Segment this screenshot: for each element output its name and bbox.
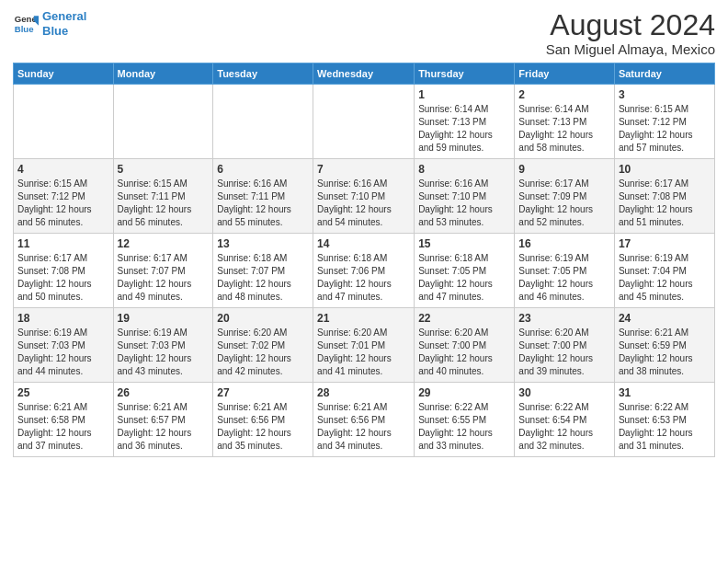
day-info: Sunrise: 6:17 AM Sunset: 7:09 PM Dayligh… (518, 178, 610, 229)
day-info: Sunrise: 6:21 AM Sunset: 6:58 PM Dayligh… (17, 401, 109, 453)
day-info: Sunrise: 6:16 AM Sunset: 7:10 PM Dayligh… (317, 178, 410, 229)
calendar-day: 28Sunrise: 6:21 AM Sunset: 6:56 PM Dayli… (313, 383, 415, 457)
day-number: 11 (17, 237, 109, 250)
day-number: 25 (17, 386, 109, 399)
day-info: Sunrise: 6:20 AM Sunset: 7:02 PM Dayligh… (217, 327, 309, 378)
calendar-day: 30Sunrise: 6:22 AM Sunset: 6:54 PM Dayli… (515, 383, 615, 457)
day-number: 7 (317, 163, 410, 176)
day-info: Sunrise: 6:17 AM Sunset: 7:08 PM Dayligh… (619, 178, 711, 229)
calendar-day: 15Sunrise: 6:18 AM Sunset: 7:05 PM Dayli… (415, 234, 515, 308)
calendar-day (113, 85, 213, 159)
day-number: 14 (317, 237, 410, 250)
day-info: Sunrise: 6:21 AM Sunset: 6:57 PM Dayligh… (118, 401, 210, 453)
calendar-day: 10Sunrise: 6:17 AM Sunset: 7:08 PM Dayli… (614, 159, 714, 234)
calendar-day: 3Sunrise: 6:15 AM Sunset: 7:12 PM Daylig… (614, 85, 714, 159)
day-number: 3 (619, 88, 711, 101)
calendar-day: 21Sunrise: 6:20 AM Sunset: 7:01 PM Dayli… (313, 308, 415, 383)
day-header-saturday: Saturday (614, 63, 714, 85)
day-info: Sunrise: 6:20 AM Sunset: 7:01 PM Dayligh… (317, 327, 410, 378)
calendar-day (213, 85, 313, 159)
title-block: August 2024 San Miguel Almaya, Mexico (546, 9, 715, 57)
day-number: 22 (418, 312, 510, 325)
calendar-day: 19Sunrise: 6:19 AM Sunset: 7:03 PM Dayli… (113, 308, 213, 383)
calendar-day: 1Sunrise: 6:14 AM Sunset: 7:13 PM Daylig… (415, 85, 515, 159)
day-number: 23 (518, 312, 610, 325)
day-number: 4 (17, 163, 109, 176)
calendar-day: 17Sunrise: 6:19 AM Sunset: 7:04 PM Dayli… (614, 234, 714, 308)
calendar-day: 5Sunrise: 6:15 AM Sunset: 7:11 PM Daylig… (113, 159, 213, 234)
day-info: Sunrise: 6:21 AM Sunset: 6:56 PM Dayligh… (317, 401, 410, 453)
calendar-week-4: 18Sunrise: 6:19 AM Sunset: 7:03 PM Dayli… (14, 308, 715, 383)
day-header-wednesday: Wednesday (313, 63, 415, 85)
day-number: 17 (619, 237, 711, 250)
calendar-day: 26Sunrise: 6:21 AM Sunset: 6:57 PM Dayli… (113, 383, 213, 457)
day-number: 28 (317, 386, 410, 399)
day-header-sunday: Sunday (14, 63, 114, 85)
page-title: August 2024 (546, 9, 715, 41)
calendar-day (14, 85, 114, 159)
day-info: Sunrise: 6:16 AM Sunset: 7:10 PM Dayligh… (418, 178, 510, 229)
day-info: Sunrise: 6:18 AM Sunset: 7:07 PM Dayligh… (217, 252, 309, 304)
day-number: 12 (118, 237, 210, 250)
day-header-monday: Monday (113, 63, 213, 85)
logo-text: General Blue (42, 9, 86, 38)
page-subtitle: San Miguel Almaya, Mexico (546, 41, 715, 57)
calendar-day: 7Sunrise: 6:16 AM Sunset: 7:10 PM Daylig… (313, 159, 415, 234)
calendar-table: SundayMondayTuesdayWednesdayThursdayFrid… (13, 63, 715, 457)
logo-icon: General Blue (13, 11, 39, 37)
day-info: Sunrise: 6:21 AM Sunset: 6:59 PM Dayligh… (619, 327, 711, 378)
day-info: Sunrise: 6:22 AM Sunset: 6:54 PM Dayligh… (518, 401, 610, 453)
calendar-day: 13Sunrise: 6:18 AM Sunset: 7:07 PM Dayli… (213, 234, 313, 308)
day-number: 6 (217, 163, 309, 176)
day-number: 27 (217, 386, 309, 399)
day-number: 5 (118, 163, 210, 176)
logo-general: General (42, 9, 86, 23)
calendar-day: 11Sunrise: 6:17 AM Sunset: 7:08 PM Dayli… (14, 234, 114, 308)
calendar-day: 9Sunrise: 6:17 AM Sunset: 7:09 PM Daylig… (515, 159, 615, 234)
calendar-day: 27Sunrise: 6:21 AM Sunset: 6:56 PM Dayli… (213, 383, 313, 457)
day-number: 31 (619, 386, 711, 399)
calendar-day: 25Sunrise: 6:21 AM Sunset: 6:58 PM Dayli… (14, 383, 114, 457)
calendar-day: 14Sunrise: 6:18 AM Sunset: 7:06 PM Dayli… (313, 234, 415, 308)
day-header-tuesday: Tuesday (213, 63, 313, 85)
day-header-friday: Friday (515, 63, 615, 85)
day-number: 19 (118, 312, 210, 325)
day-info: Sunrise: 6:18 AM Sunset: 7:06 PM Dayligh… (317, 252, 410, 304)
calendar-day: 2Sunrise: 6:14 AM Sunset: 7:13 PM Daylig… (515, 85, 615, 159)
day-number: 9 (518, 163, 610, 176)
calendar-day: 12Sunrise: 6:17 AM Sunset: 7:07 PM Dayli… (113, 234, 213, 308)
day-number: 21 (317, 312, 410, 325)
day-info: Sunrise: 6:14 AM Sunset: 7:13 PM Dayligh… (518, 103, 610, 155)
day-info: Sunrise: 6:15 AM Sunset: 7:12 PM Dayligh… (17, 178, 109, 229)
calendar-day: 22Sunrise: 6:20 AM Sunset: 7:00 PM Dayli… (415, 308, 515, 383)
calendar-day: 16Sunrise: 6:19 AM Sunset: 7:05 PM Dayli… (515, 234, 615, 308)
svg-text:Blue: Blue (15, 23, 34, 33)
calendar-day: 29Sunrise: 6:22 AM Sunset: 6:55 PM Dayli… (415, 383, 515, 457)
day-info: Sunrise: 6:22 AM Sunset: 6:55 PM Dayligh… (418, 401, 510, 453)
calendar-day: 4Sunrise: 6:15 AM Sunset: 7:12 PM Daylig… (14, 159, 114, 234)
day-header-thursday: Thursday (415, 63, 515, 85)
day-info: Sunrise: 6:16 AM Sunset: 7:11 PM Dayligh… (217, 178, 309, 229)
day-info: Sunrise: 6:15 AM Sunset: 7:12 PM Dayligh… (619, 103, 711, 155)
calendar-week-3: 11Sunrise: 6:17 AM Sunset: 7:08 PM Dayli… (14, 234, 715, 308)
day-number: 30 (518, 386, 610, 399)
day-number: 29 (418, 386, 510, 399)
day-info: Sunrise: 6:17 AM Sunset: 7:08 PM Dayligh… (17, 252, 109, 304)
calendar-week-5: 25Sunrise: 6:21 AM Sunset: 6:58 PM Dayli… (14, 383, 715, 457)
day-info: Sunrise: 6:17 AM Sunset: 7:07 PM Dayligh… (118, 252, 210, 304)
day-info: Sunrise: 6:14 AM Sunset: 7:13 PM Dayligh… (418, 103, 510, 155)
day-info: Sunrise: 6:19 AM Sunset: 7:03 PM Dayligh… (118, 327, 210, 378)
header: General Blue General Blue August 2024 Sa… (13, 9, 715, 57)
calendar-header-row: SundayMondayTuesdayWednesdayThursdayFrid… (14, 63, 715, 85)
day-info: Sunrise: 6:18 AM Sunset: 7:05 PM Dayligh… (418, 252, 510, 304)
calendar-day: 31Sunrise: 6:22 AM Sunset: 6:53 PM Dayli… (614, 383, 714, 457)
calendar-day: 24Sunrise: 6:21 AM Sunset: 6:59 PM Dayli… (614, 308, 714, 383)
day-info: Sunrise: 6:20 AM Sunset: 7:00 PM Dayligh… (418, 327, 510, 378)
day-number: 20 (217, 312, 309, 325)
calendar-day: 20Sunrise: 6:20 AM Sunset: 7:02 PM Dayli… (213, 308, 313, 383)
day-number: 10 (619, 163, 711, 176)
calendar-day: 23Sunrise: 6:20 AM Sunset: 7:00 PM Dayli… (515, 308, 615, 383)
calendar-day: 8Sunrise: 6:16 AM Sunset: 7:10 PM Daylig… (415, 159, 515, 234)
calendar-week-1: 1Sunrise: 6:14 AM Sunset: 7:13 PM Daylig… (14, 85, 715, 159)
logo-blue: Blue (42, 24, 68, 38)
